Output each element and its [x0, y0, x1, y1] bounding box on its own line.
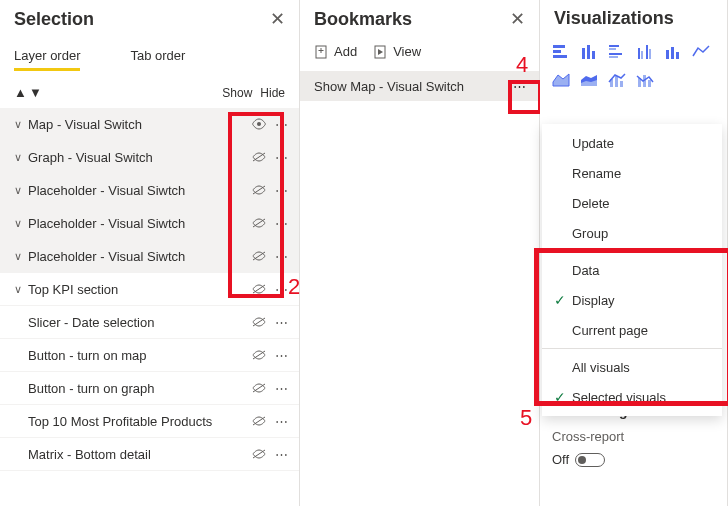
eye-hidden-icon[interactable]: [251, 316, 273, 328]
tab-layer-order[interactable]: Layer order: [14, 42, 80, 69]
close-icon[interactable]: ✕: [510, 8, 525, 30]
selection-item[interactable]: ∨Placeholder - Visual Siwtch⋯: [0, 174, 299, 207]
more-icon[interactable]: ⋯: [507, 75, 531, 97]
selection-item[interactable]: ∨Map - Visual Switch⋯: [0, 108, 299, 141]
chevron-down-icon[interactable]: ∨: [14, 217, 28, 230]
menu-current-page[interactable]: Current page: [542, 315, 722, 345]
bookmark-context-menu: Update Rename Delete Group Data ✓Display…: [542, 124, 722, 416]
menu-display[interactable]: ✓Display: [542, 285, 722, 315]
svg-rect-31: [671, 47, 674, 59]
show-label[interactable]: Show: [222, 86, 252, 100]
bookmark-label: Show Map - Visual Switch: [314, 79, 507, 94]
selection-item[interactable]: ∨Graph - Visual Switch⋯: [0, 141, 299, 174]
svg-rect-32: [676, 52, 679, 59]
selection-item[interactable]: Slicer - Date selection⋯: [0, 306, 299, 339]
tab-tab-order[interactable]: Tab order: [130, 42, 185, 69]
more-icon[interactable]: ⋯: [273, 315, 291, 330]
stacked-area-icon[interactable]: [578, 69, 600, 91]
chevron-down-icon[interactable]: ∨: [14, 118, 28, 131]
line-chart-icon[interactable]: [690, 41, 712, 63]
clustered-bar-icon[interactable]: [606, 41, 628, 63]
clustered-column-icon[interactable]: [634, 41, 656, 63]
more-icon[interactable]: ⋯: [273, 447, 291, 462]
eye-hidden-icon[interactable]: [251, 283, 273, 295]
more-icon[interactable]: ⋯: [273, 348, 291, 363]
view-bookmark-button[interactable]: View: [373, 44, 421, 59]
selection-item[interactable]: Top 10 Most Profitable Products⋯: [0, 405, 299, 438]
more-icon[interactable]: ⋯: [273, 216, 291, 231]
cross-report-toggle[interactable]: [575, 453, 605, 467]
close-icon[interactable]: ✕: [270, 8, 285, 30]
add-bookmark-button[interactable]: Add: [314, 44, 357, 59]
menu-update[interactable]: Update: [542, 128, 722, 158]
item-label: Top 10 Most Profitable Products: [28, 414, 251, 429]
item-label: Button - turn on graph: [28, 381, 251, 396]
add-label: Add: [334, 44, 357, 59]
chevron-down-icon[interactable]: ∨: [14, 184, 28, 197]
area-chart-icon[interactable]: [550, 69, 572, 91]
svg-rect-16: [553, 45, 565, 48]
svg-rect-17: [553, 50, 561, 53]
selection-title: Selection: [14, 9, 94, 30]
chevron-down-icon[interactable]: ∨: [14, 250, 28, 263]
item-label: Top KPI section: [28, 282, 251, 297]
svg-rect-22: [609, 45, 619, 47]
menu-group[interactable]: Group: [542, 218, 722, 248]
menu-rename[interactable]: Rename: [542, 158, 722, 188]
selection-pane: Selection ✕ Layer order Tab order ▲ ▼ Sh…: [0, 0, 300, 506]
move-down-icon[interactable]: ▼: [29, 85, 42, 100]
viz-icon-grid: [540, 37, 727, 95]
eye-hidden-icon[interactable]: [251, 151, 273, 163]
selection-item[interactable]: Button - turn on map⋯: [0, 339, 299, 372]
stacked-bar-icon[interactable]: [550, 41, 572, 63]
more-icon[interactable]: ⋯: [273, 381, 291, 396]
more-icon[interactable]: ⋯: [273, 183, 291, 198]
menu-delete[interactable]: Delete: [542, 188, 722, 218]
menu-all-visuals[interactable]: All visuals: [542, 352, 722, 382]
svg-rect-30: [666, 50, 669, 59]
column-icon[interactable]: [662, 41, 684, 63]
annotation-5: 5: [520, 405, 532, 431]
svg-rect-18: [553, 55, 567, 58]
eye-hidden-icon[interactable]: [251, 349, 273, 361]
selection-item[interactable]: ∨Top KPI section⋯: [0, 273, 299, 306]
more-icon[interactable]: ⋯: [273, 117, 291, 132]
check-icon: ✓: [554, 292, 572, 308]
eye-icon[interactable]: [251, 118, 273, 130]
chevron-down-icon[interactable]: ∨: [14, 283, 28, 296]
selection-item[interactable]: Button - turn on graph⋯: [0, 372, 299, 405]
eye-hidden-icon[interactable]: [251, 250, 273, 262]
svg-rect-41: [648, 80, 651, 87]
selection-item[interactable]: ∨Placeholder - Visual Siwtch⋯: [0, 240, 299, 273]
svg-rect-28: [646, 45, 648, 59]
viz-title: Visualizations: [554, 8, 674, 29]
menu-data[interactable]: Data: [542, 255, 722, 285]
svg-rect-26: [638, 48, 640, 59]
toggle-off-label: Off: [552, 452, 569, 467]
more-icon[interactable]: ⋯: [273, 249, 291, 264]
line-column-icon[interactable]: [606, 69, 628, 91]
item-label: Placeholder - Visual Siwtch: [28, 249, 251, 264]
svg-rect-21: [592, 51, 595, 59]
more-icon[interactable]: ⋯: [273, 414, 291, 429]
more-icon[interactable]: ⋯: [273, 150, 291, 165]
selection-item[interactable]: ∨Placeholder - Visual Siwtch⋯: [0, 207, 299, 240]
view-label: View: [393, 44, 421, 59]
item-label: Graph - Visual Switch: [28, 150, 251, 165]
bookmark-item[interactable]: Show Map - Visual Switch ⋯: [300, 71, 539, 101]
eye-hidden-icon[interactable]: [251, 448, 273, 460]
item-label: Slicer - Date selection: [28, 315, 251, 330]
combo-icon[interactable]: [634, 69, 656, 91]
menu-selected-visuals[interactable]: ✓Selected visuals: [542, 382, 722, 412]
eye-hidden-icon[interactable]: [251, 184, 273, 196]
eye-hidden-icon[interactable]: [251, 217, 273, 229]
svg-rect-24: [609, 53, 622, 55]
stacked-column-icon[interactable]: [578, 41, 600, 63]
selection-item[interactable]: Matrix - Bottom detail⋯: [0, 438, 299, 471]
chevron-down-icon[interactable]: ∨: [14, 151, 28, 164]
svg-rect-25: [609, 56, 618, 58]
eye-hidden-icon[interactable]: [251, 415, 273, 427]
hide-label[interactable]: Hide: [260, 86, 285, 100]
eye-hidden-icon[interactable]: [251, 382, 273, 394]
move-up-icon[interactable]: ▲: [14, 85, 27, 100]
